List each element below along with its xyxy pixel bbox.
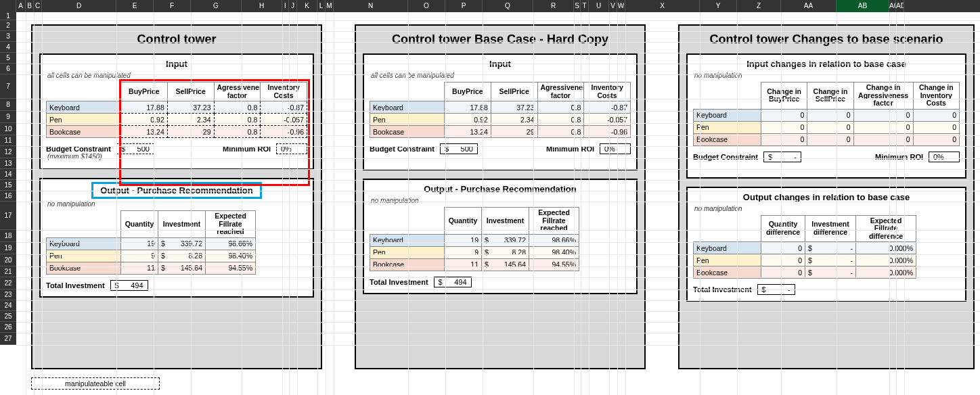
input-note: all cells can be manipulated — [47, 72, 307, 79]
table-row: Keyboard 19 $339.72 98.66% — [370, 234, 579, 246]
panel-control-tower: Control tower Input all cells can be man… — [31, 24, 322, 369]
output-change-table: Quantity difference Investment differenc… — [693, 215, 916, 279]
budget-input[interactable]: $ 500 — [116, 143, 154, 154]
input-change-section: Input changes in relation to base case n… — [686, 53, 966, 179]
minroi-change: 0% — [929, 152, 960, 162]
row-headers[interactable]: 1234567891011121314151617181920212223242… — [0, 12, 16, 345]
total-label: Total Investment — [46, 281, 105, 289]
table-row: Bookcase 11 $145.64 94.55% — [370, 258, 579, 271]
output-change-section: Output changes in relation to base case … — [686, 187, 966, 302]
table-row: Keyboard 0 $- 0.000% — [694, 242, 916, 254]
table-row: Pen 0 $- 0.000% — [694, 254, 916, 266]
table-row: Pen 9 $8.28 98.40% — [370, 246, 579, 258]
sheet-canvas[interactable]: Control tower Input all cells can be man… — [16, 12, 980, 395]
total-value: $ 494 — [434, 277, 472, 287]
table-row: Keyboard 19 $339.72 98.66% — [47, 237, 256, 250]
col-header: Quantity — [121, 211, 158, 238]
table-row: Pen 9 $8.28 98.40% — [47, 250, 256, 262]
minroi-value[interactable]: 0% — [600, 143, 631, 154]
col-header: Investment — [158, 211, 206, 238]
input-section: Input all cells can be manipulated BuyPr… — [39, 53, 314, 170]
output-section: Output - Purchase Recommendation no mani… — [39, 178, 314, 298]
spreadsheet: ABCDEFGHIJKLMNOPQRSTUVWXYZAAABACAD 12345… — [0, 0, 980, 395]
input-section: Input all cells can be manipulated BuyPr… — [363, 53, 638, 170]
table-row: Bookcase 11 $145.64 94.55% — [47, 262, 256, 274]
budget-note: (maximum $1450) — [47, 153, 307, 160]
output-table: Quantity Investment Expected Fillrate re… — [370, 207, 579, 271]
column-headers[interactable]: ABCDEFGHIJKLMNOPQRSTUVWXYZAAABACAD — [0, 0, 980, 12]
minroi-input[interactable]: 0% — [276, 143, 307, 154]
input-change-table: Change in BuyPrice Change in SellPrice C… — [693, 82, 960, 146]
legend-manipulateable: manipulateable cell — [31, 377, 160, 390]
input-table: BuyPrice SellPrice Agressiveness factor … — [46, 82, 307, 138]
panel-changes: Control tower Changes to base scenario I… — [678, 24, 975, 369]
panel-base-case: Control tower Base Case - Hard Copy Inpu… — [355, 24, 646, 369]
col-header: Expected Fillrate reached — [206, 211, 256, 238]
budget-change: $ - — [763, 152, 801, 162]
input-note: all cells can be manipulated — [371, 72, 631, 79]
